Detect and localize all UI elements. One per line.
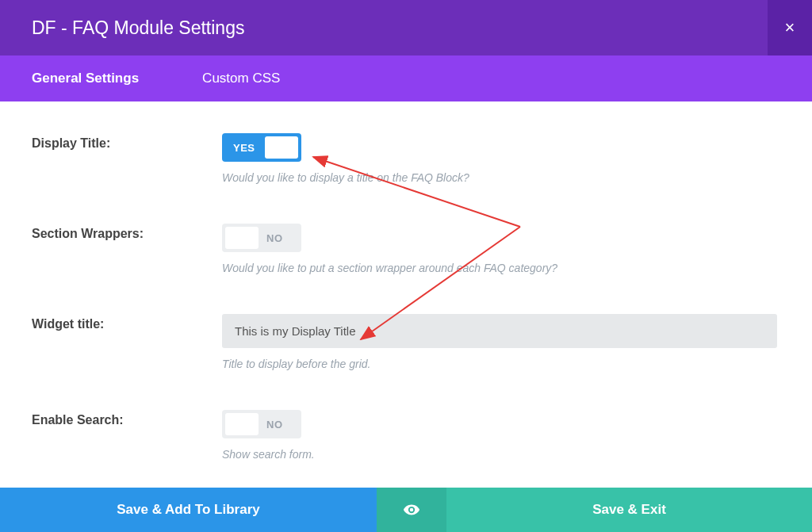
footer-actions: Save & Add To Library Save & Exit [0,488,812,532]
preview-button[interactable] [377,488,446,532]
modal-title: DF - FAQ Module Settings [32,17,244,39]
field-widget-title: Widget title: Title to display before th… [32,314,780,370]
widget-title-help: Title to display before the grid. [222,358,780,370]
tabs-bar: General Settings Custom CSS [0,55,812,101]
widget-title-label: Widget title: [32,314,222,370]
enable-search-label: Enable Search: [32,410,222,461]
toggle-thumb [225,413,259,435]
toggle-thumb [265,136,298,159]
display-title-help: Would you like to display a title on the… [222,171,780,184]
eye-icon [403,501,420,519]
toggle-yes-label: YES [222,142,255,154]
close-button[interactable]: × [768,0,812,55]
modal-header: DF - FAQ Module Settings × [0,0,812,55]
section-wrappers-help: Would you like to put a section wrapper … [222,262,780,274]
save-add-library-button[interactable]: Save & Add To Library [0,488,377,532]
tab-custom-css[interactable]: Custom CSS [170,55,312,101]
enable-search-help: Show search form. [222,448,780,461]
close-icon: × [785,17,795,38]
field-section-wrappers: Section Wrappers: NO Would you like to p… [32,224,780,274]
toggle-thumb [225,227,259,249]
tab-general-settings[interactable]: General Settings [0,55,170,101]
widget-title-input[interactable] [222,314,777,348]
field-display-title: Display Title: YES Would you like to dis… [32,133,780,184]
save-exit-button[interactable]: Save & Exit [446,488,812,532]
settings-form: Display Title: YES Would you like to dis… [0,101,812,491]
display-title-toggle[interactable]: YES [222,133,301,162]
section-wrappers-label: Section Wrappers: [32,224,222,274]
section-wrappers-toggle[interactable]: NO [222,224,301,252]
display-title-label: Display Title: [32,133,222,184]
field-enable-search: Enable Search: NO Show search form. [32,410,780,461]
enable-search-toggle[interactable]: NO [222,410,301,438]
